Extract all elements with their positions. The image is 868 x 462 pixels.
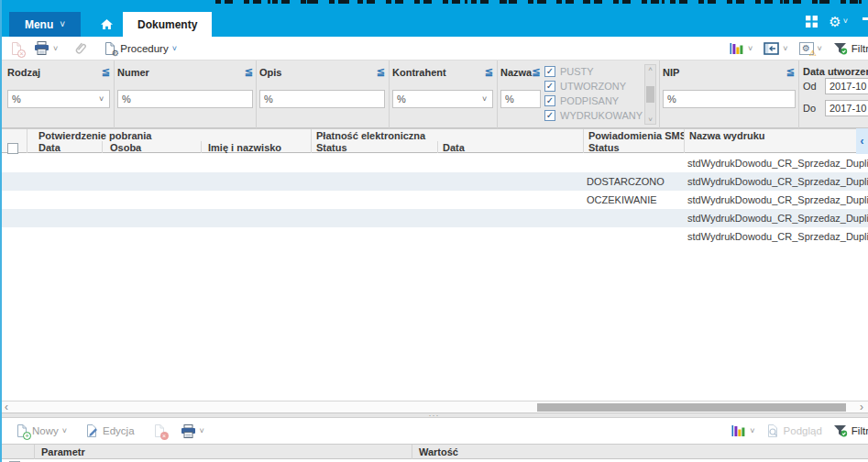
- print-button[interactable]: ˅: [31, 39, 60, 57]
- status-option-wydrukowany[interactable]: ✓ WYDRUKOWANY: [544, 108, 656, 123]
- edycja-label: Edycja: [103, 425, 135, 436]
- cell-nazwa-wydruku: stdWydrukDowodu_CR_Sprzedaz_Duplik: [687, 227, 868, 246]
- kontrahent-select[interactable]: [392, 90, 493, 108]
- minimize-button-partial[interactable]: [863, 17, 868, 20]
- main-toolbar-left: × ˅ ⚙: [7, 39, 180, 58]
- grid-header: Potwierdzenie pobrania Płatność elektron…: [0, 128, 868, 153]
- status-option-podpisany[interactable]: ✓ PODPISANY: [544, 94, 656, 108]
- filter-params-button[interactable]: Filtr: [830, 423, 868, 439]
- scroll-right-icon[interactable]: ›: [855, 402, 868, 412]
- checkbox-checked-icon[interactable]: ✓: [544, 66, 555, 77]
- procedury-button[interactable]: ⚙ Procedury ˅: [101, 39, 180, 58]
- title-bar: Menu ˅ Dokumenty ⚙ ˅: [0, 0, 868, 37]
- apps-grid-button[interactable]: [806, 16, 818, 28]
- settings-button[interactable]: ⚙ ˅: [829, 15, 848, 28]
- filter-header-nip: NIP≦: [663, 66, 795, 78]
- od-label: Od: [803, 81, 817, 92]
- checkbox-checked-icon[interactable]: ✓: [544, 95, 555, 106]
- nazwa-input[interactable]: [500, 90, 541, 108]
- attachment-button[interactable]: [71, 39, 90, 57]
- column-header-osoba: Osoba: [103, 141, 202, 153]
- status-option-pusty[interactable]: ✓ PUSTY: [544, 64, 656, 79]
- delete-param-button[interactable]: ×: [150, 422, 169, 440]
- sort-icon[interactable]: ≦: [377, 66, 385, 78]
- table-row[interactable]: stdWydrukDowodu_CR_Sprzedaz_Duplik: [0, 209, 868, 227]
- sort-icon[interactable]: ≦: [532, 66, 540, 78]
- sort-icon[interactable]: ≦: [485, 66, 493, 78]
- nowy-label: Nowy: [32, 425, 59, 436]
- sort-icon[interactable]: ≦: [786, 66, 795, 78]
- chevron-down-icon: ˅: [200, 426, 204, 435]
- chevron-down-icon: ˅: [818, 44, 822, 53]
- scrollbar-thumb[interactable]: [646, 86, 654, 103]
- collapse-left-icon: ‹: [861, 135, 864, 148]
- procedures-document-icon: ⚙: [104, 41, 116, 56]
- table-row[interactable]: DOSTARCZONO stdWydrukDowodu_CR_Sprzedaz_…: [0, 172, 868, 191]
- status-option-utworzony[interactable]: ✓ UTWORZONY: [544, 79, 656, 94]
- printer-icon: [181, 424, 196, 438]
- cell-nazwa-wydruku: stdWydrukDowodu_CR_Sprzedaz_Duplik: [687, 172, 868, 191]
- chevron-down-icon: ˅: [783, 44, 787, 53]
- scroll-up-icon[interactable]: ˄: [648, 65, 653, 73]
- podglad-button[interactable]: Podgląd: [764, 422, 825, 440]
- home-icon: [100, 18, 114, 30]
- tab-dokumenty[interactable]: Dokumenty: [123, 12, 212, 37]
- gear-warning-icon: ⚙ ⚠: [799, 42, 814, 55]
- edycja-button[interactable]: Edycja: [82, 422, 137, 440]
- panel-layout-button[interactable]: ˅: [761, 40, 790, 57]
- delete-document-button[interactable]: ×: [7, 39, 26, 58]
- grid-body: stdWydrukDowodu_CR_Sprzedaz_Duplik DOSTA…: [0, 154, 868, 246]
- status-list-scrollbar[interactable]: ˄ ˅: [644, 64, 656, 125]
- scroll-left-icon[interactable]: ‹: [0, 402, 13, 412]
- sort-icon[interactable]: ≦: [102, 66, 110, 78]
- nip-input[interactable]: [663, 90, 796, 108]
- procedury-label: Procedury: [120, 43, 168, 54]
- grid-settings-button[interactable]: ⚙ ⚠ ˅: [797, 40, 825, 57]
- sort-icon[interactable]: ≦: [245, 66, 253, 78]
- checkbox-checked-icon[interactable]: ✓: [544, 110, 555, 121]
- home-button[interactable]: [92, 12, 121, 37]
- new-document-icon: +: [16, 424, 28, 438]
- checkbox-checked-icon[interactable]: ✓: [544, 81, 555, 92]
- scroll-down-icon[interactable]: ˅: [648, 116, 653, 124]
- filtr-label: Filtr: [852, 43, 868, 54]
- column-header-imie-nazwisko: Imię i nazwisko: [202, 141, 312, 153]
- menu-button[interactable]: Menu ˅: [9, 12, 81, 37]
- bar-chart-icon: [731, 424, 746, 437]
- table-row[interactable]: stdWydrukDowodu_CR_Sprzedaz_Duplik: [0, 227, 868, 246]
- delete-document-icon: ×: [153, 424, 166, 438]
- gear-icon: ⚙: [829, 15, 841, 28]
- table-row[interactable]: OCZEKIWANIE stdWydrukDowodu_CR_Sprzedaz_…: [0, 191, 868, 209]
- filter-header-rodzaj: Rodzaj≦: [7, 66, 110, 78]
- do-label: Do: [803, 103, 816, 114]
- statistics-button[interactable]: ˅: [729, 423, 757, 439]
- date-od-input[interactable]: [825, 78, 868, 94]
- opis-input[interactable]: [259, 90, 385, 108]
- podglad-label: Podgląd: [784, 425, 822, 436]
- rodzaj-select[interactable]: [7, 90, 110, 108]
- date-do-input[interactable]: [825, 100, 868, 116]
- column-header-status-platnosc: Status: [312, 141, 438, 153]
- preview-icon: [766, 424, 780, 438]
- filter-header-kontrahent: Kontrahent≦: [392, 66, 493, 78]
- collapse-panel-button[interactable]: ‹: [856, 128, 868, 154]
- filter-icon: [833, 42, 848, 55]
- paperclip-icon: [74, 41, 87, 55]
- splitter-handle-icon: ···: [429, 413, 440, 417]
- print-params-button[interactable]: ˅: [178, 423, 207, 440]
- select-all-checkbox[interactable]: [7, 143, 18, 154]
- main-toolbar-right: ˅ ˅ ⚙ ⚠ ˅: [727, 40, 868, 57]
- nowy-button[interactable]: + Nowy ˅: [13, 422, 70, 440]
- panel-left-arrow-icon: [764, 42, 779, 55]
- cell-nazwa-wydruku: stdWydrukDowodu_CR_Sprzedaz_Duplik: [687, 209, 868, 227]
- filter-button[interactable]: Filtr: [830, 40, 868, 57]
- numer-input[interactable]: [117, 90, 253, 108]
- filter-panel: Rodzaj≦ ˅ Numer≦ Opis≦ Kontrahent≦ ˅ Naz…: [0, 60, 868, 128]
- scrollbar-thumb[interactable]: [537, 403, 846, 412]
- params-toolbar: + Nowy ˅ Edycja ×: [0, 418, 868, 444]
- bar-chart-icon: [730, 42, 744, 55]
- table-row[interactable]: stdWydrukDowodu_CR_Sprzedaz_Duplik: [0, 154, 868, 172]
- chevron-down-icon: ˅: [748, 44, 753, 53]
- statistics-button[interactable]: ˅: [727, 40, 755, 57]
- column-header-data-2: Data: [438, 141, 584, 153]
